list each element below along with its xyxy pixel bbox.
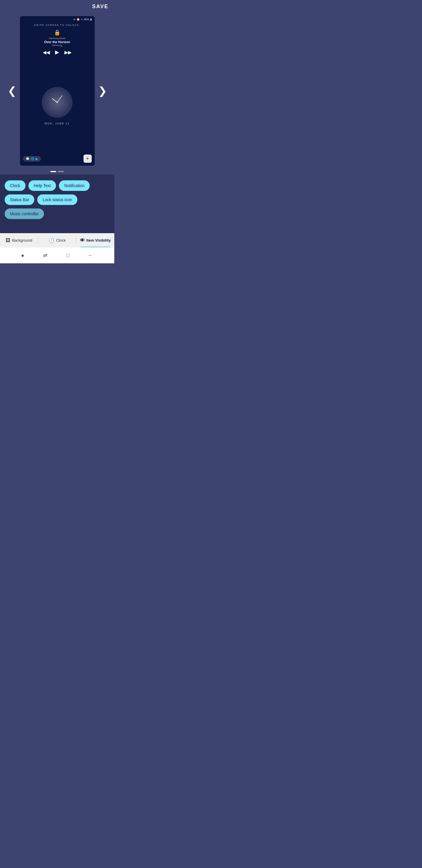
- chip-notification[interactable]: Notification: [59, 180, 90, 191]
- dot-2: [58, 171, 64, 172]
- next-arrow[interactable]: ❯: [95, 82, 110, 100]
- phone-screen: ∗ ⏰ ∿ 95% ▮ SWIPE SCREEN TO UNLOCK. 🔒 Sa…: [20, 16, 95, 166]
- visibility-nav-icon: 👁: [80, 238, 85, 243]
- dots-indicator: [0, 171, 114, 172]
- analog-clock: [41, 86, 73, 119]
- play-icon[interactable]: ▶: [55, 49, 59, 55]
- nav-item-visibility-label: Item Visibility: [87, 238, 111, 243]
- save-button[interactable]: SAVE: [92, 3, 108, 10]
- top-bar: SAVE: [0, 0, 114, 13]
- recents-button[interactable]: ⇌: [41, 250, 49, 260]
- next-track-icon[interactable]: ▶▶: [64, 50, 71, 55]
- music-artist: Samsung: [52, 44, 62, 46]
- unlock-text: SWIPE SCREEN TO UNLOCK.: [34, 24, 80, 26]
- chip-music-controller[interactable]: Music controller: [5, 209, 44, 219]
- chips-row-1: Clock Help Text Notification: [5, 180, 109, 191]
- battery-icon: ▮: [90, 18, 92, 21]
- nav-background-label: Background: [12, 238, 32, 243]
- overview-button[interactable]: □: [64, 251, 71, 260]
- nav-background[interactable]: 🖼 Background: [0, 234, 38, 247]
- prev-arrow[interactable]: ❮: [4, 82, 20, 100]
- background-icon: 🖼: [6, 238, 10, 243]
- battery-percent: 95%: [84, 18, 89, 21]
- phone-status-bar: ∗ ⏰ ∿ 95% ▮: [20, 16, 95, 22]
- shortcut-icon-2: 🌐: [31, 157, 34, 160]
- bluetooth-icon: ∗: [73, 18, 75, 21]
- chip-help-text[interactable]: Help Text: [28, 180, 56, 191]
- phone-bottom: 💬 🌐 ▶ +: [20, 153, 95, 166]
- music-controls: ◀◀ ▶ ▶▶: [43, 49, 71, 55]
- chip-lock-status-icon[interactable]: Lock status icon: [37, 194, 77, 205]
- bottom-nav: 🖼 Background 🕐 Clock 👁 Item Visibility: [0, 233, 114, 247]
- svg-point-3: [57, 102, 58, 103]
- music-app-name: Samsung Music: [49, 37, 66, 39]
- lock-icon: 🔒: [54, 29, 60, 36]
- home-button[interactable]: ●: [19, 251, 26, 260]
- nav-clock[interactable]: 🕐 Clock: [38, 234, 76, 247]
- system-nav: ● ⇌ □ ←: [0, 247, 114, 264]
- bottom-panel: Clock Help Text Notification Status Bar …: [0, 175, 114, 233]
- clock-nav-icon: 🕐: [48, 238, 55, 243]
- add-button[interactable]: +: [84, 155, 92, 163]
- music-controller: 🔒 Samsung Music Over the Horizon Samsung…: [43, 29, 71, 55]
- music-track-name: Over the Horizon: [44, 40, 70, 44]
- nav-clock-label: Clock: [56, 238, 66, 243]
- shortcut-icon-1: 💬: [26, 157, 29, 160]
- nav-item-visibility[interactable]: 👁 Item Visibility: [76, 234, 114, 247]
- chip-clock[interactable]: Clock: [5, 180, 26, 191]
- back-button[interactable]: ←: [86, 251, 95, 260]
- shortcut-pill: 💬 🌐 ▶: [23, 156, 41, 162]
- phone-preview-container: ❮ ∗ ⏰ ∿ 95% ▮ SWIPE SCREEN TO UNLOCK. 🔒 …: [0, 13, 114, 168]
- dot-1: [51, 171, 56, 172]
- prev-track-icon[interactable]: ◀◀: [43, 50, 50, 55]
- wifi-icon: ∿: [80, 18, 83, 21]
- clock-section: MON, JUNE 11: [41, 58, 73, 153]
- chip-status-bar[interactable]: Status Bar: [5, 194, 34, 205]
- clock-date: MON, JUNE 11: [44, 122, 70, 125]
- shortcut-icon-3: ▶: [36, 157, 38, 160]
- chips-row-3: Music controller: [5, 209, 109, 219]
- status-icons: ∗ ⏰ ∿ 95% ▮: [73, 18, 91, 21]
- alarm-icon: ⏰: [76, 18, 80, 21]
- chips-row-2: Status Bar Lock status icon: [5, 194, 109, 205]
